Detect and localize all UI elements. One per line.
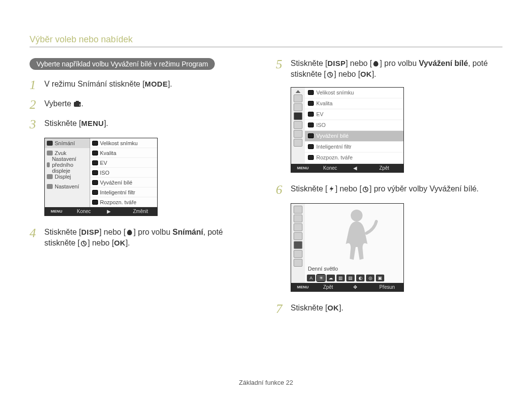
ok-button-label: OK (360, 69, 372, 79)
footer-label: Změnit (130, 209, 154, 214)
step-number: 5 (276, 58, 291, 71)
iso-icon (308, 123, 314, 127)
ev-icon (92, 160, 98, 165)
timer-icon (326, 71, 334, 78)
menu-item: Rozpozn. tváře (316, 154, 353, 160)
menu-screenshot-1: Snímání Zvuk Nastavení předního displeje… (44, 138, 158, 216)
page-footer: Základní funkce 22 (0, 379, 532, 386)
menu-item: Snímání (55, 140, 75, 146)
step-number: 4 (30, 227, 44, 240)
side-slot (294, 223, 302, 231)
menu-item: ISO (316, 122, 326, 128)
svg-marker-5 (296, 90, 300, 93)
footer-label: Konec (74, 209, 98, 214)
front-display-icon (47, 162, 50, 167)
right-column: 5 Stiskněte [DISP] nebo [] pro volbu Vyv… (276, 58, 502, 322)
quality-icon (308, 101, 314, 106)
wb-option-row: A ☀ ☁ ▥ ▤ ◐ ◎ ▣ (305, 273, 403, 283)
menu-item: Inteligentní filtr (316, 144, 352, 150)
filter-icon (308, 144, 314, 149)
step-text: V režimu Snímání stiskněte [ (44, 80, 145, 88)
menu-item: Inteligentní filtr (100, 189, 135, 195)
face-icon (92, 200, 98, 205)
quality-icon (92, 151, 98, 155)
menu-icon: MENU (294, 166, 318, 170)
timer-icon (80, 240, 88, 247)
move-icon: ✥ (350, 284, 374, 290)
ok-button-label: OK (328, 303, 339, 313)
menu-icon: MENU (48, 209, 72, 214)
up-triangle-icon (295, 90, 301, 93)
menu-screenshot-2: Velikost snímku Kvalita EV ISO Vyvážení … (291, 87, 404, 173)
disp-button-label: DISP (81, 227, 100, 237)
wb-measure-icon: ▣ (376, 275, 384, 281)
footer-label: Zpět (376, 165, 400, 171)
menu-icon: MENU (294, 285, 318, 289)
menu-item: Vyvážení bílé (316, 133, 349, 139)
step-1: 1 V režimu Snímání stiskněte [MODE]. (30, 79, 256, 92)
wb-fluorescent-h-icon: ▥ (336, 275, 345, 281)
flash-icon (328, 185, 335, 192)
mode-button-label: MODE (145, 79, 168, 89)
wb-daylight-icon: ☀ (317, 275, 325, 281)
step-number: 7 (276, 303, 291, 315)
step-number: 2 (30, 98, 44, 111)
size-icon (308, 90, 314, 95)
svg-point-8 (351, 210, 363, 221)
menu-item: Zvuk (55, 150, 66, 156)
disp-button-label: DISP (328, 58, 346, 68)
side-slot (294, 139, 302, 147)
bold-term: Vyvážení bílé (419, 59, 468, 67)
menu-left-pane: Snímání Zvuk Nastavení předního displeje… (45, 138, 90, 207)
menu-button-label: MENU (81, 118, 104, 128)
right-arrow-icon: ▶ (104, 209, 128, 214)
step-7: 7 Stiskněte [OK]. (276, 303, 502, 315)
footer-label: Konec (320, 165, 344, 171)
wb-icon (308, 133, 314, 138)
side-slot (294, 130, 302, 138)
step-4: 4 Stiskněte [DISP] nebo [] pro volbu Sní… (30, 227, 256, 249)
wb-custom-icon: ◎ (366, 275, 374, 281)
wb-icon (92, 180, 98, 185)
menu-item: EV (316, 111, 324, 117)
menu-item: Velikost snímku (100, 140, 137, 146)
left-arrow-icon: ◀ (350, 165, 374, 171)
wb-tungsten-icon: ◐ (356, 275, 365, 281)
settings-icon (47, 184, 53, 189)
step-text: Vyberte (44, 99, 73, 108)
macro-icon (372, 60, 380, 67)
side-slot (294, 121, 302, 129)
step-2: 2 Vyberte P. (30, 98, 256, 111)
display-icon (47, 174, 53, 179)
menu-item: Velikost snímku (316, 90, 354, 95)
instruction-pill: Vyberte například volbu Vyvážení bílé v … (30, 58, 215, 70)
sound-icon (47, 151, 53, 155)
menu-item: Nastavení (55, 184, 79, 189)
svg-rect-1 (76, 101, 79, 102)
page-title: Výběr voleb nebo nabídek (30, 34, 502, 47)
svg-marker-6 (330, 186, 333, 192)
camera-icon (294, 112, 302, 120)
wb-preview-screenshot: Denní světlo A ☀ ☁ ▥ ▤ ◐ ◎ ▣ (291, 203, 404, 292)
menu-item: Displej (55, 174, 71, 180)
footer-label: Zpět (320, 284, 344, 290)
side-slot (294, 215, 302, 222)
step-text: Stiskněte [ (44, 119, 81, 127)
step-6: 6 Stiskněte [] nebo [] pro výběr volby V… (276, 184, 502, 196)
iso-icon (92, 170, 98, 175)
filter-icon (92, 190, 98, 195)
wb-auto-icon: A (307, 275, 315, 281)
menu-item: Nastavení předního displeje (52, 156, 88, 174)
wb-cloudy-icon: ☁ (327, 275, 335, 281)
camera-p-icon: P (73, 100, 81, 107)
side-slot (294, 241, 302, 249)
camera-icon (47, 141, 53, 146)
menu-item: Kvalita (316, 100, 332, 106)
wb-fluorescent-l-icon: ▤ (346, 275, 355, 281)
ev-icon (308, 112, 314, 117)
person-silhouette-icon (327, 207, 386, 261)
face-icon (308, 155, 314, 160)
side-slot (294, 94, 302, 102)
left-column: Vyberte například volbu Vyvážení bílé v … (30, 58, 256, 322)
timer-icon (362, 185, 369, 192)
